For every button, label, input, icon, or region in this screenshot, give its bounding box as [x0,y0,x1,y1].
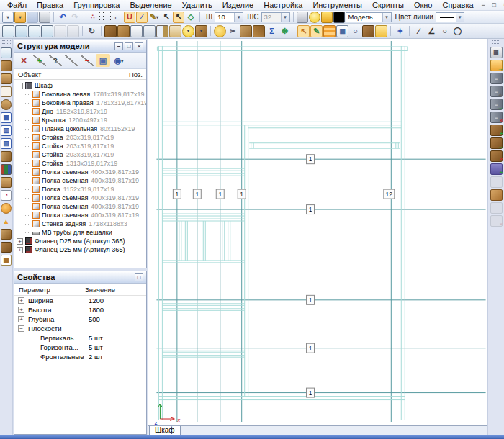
sheet-tab-shkaf[interactable]: Шкаф [149,426,181,435]
edit-object-icon[interactable] [64,54,78,67]
cabinet-group-disabled-icon[interactable] [67,25,79,37]
menu-item[interactable]: Удалить [177,0,217,11]
screw-settings-icon[interactable]: ≡∗ [490,86,503,97]
expand-icon[interactable]: + [17,238,23,245]
remove-object-icon[interactable]: − [80,54,94,67]
side-panel-icon[interactable] [1,60,12,71]
parts-grid-icon[interactable]: ▦ [1,255,12,266]
putty-icon[interactable] [214,25,226,37]
tree-item[interactable]: Стойка203x319,817x19 [17,142,146,150]
chevron-down-icon[interactable] [456,13,464,22]
print-icon[interactable] [39,12,50,23]
property-row[interactable]: +Ширина1200 [14,296,146,305]
menu-item[interactable]: Изделие [217,0,259,11]
panel-stack-icon[interactable] [297,12,308,23]
tree-item[interactable]: Полка1152x319,817x19 [17,185,146,194]
tree-item[interactable]: Стойка203x319,817x19 [17,150,146,159]
tree-item[interactable]: +Фланец D25 мм (Артикул 365) [17,245,146,254]
curved-panel-icon[interactable] [1,99,12,110]
tree-item[interactable]: Полка съемная400x319,817x19 [17,194,146,202]
magnet-icon[interactable]: U [124,12,135,23]
mannequin-icon[interactable]: ✦ [394,25,406,37]
package-icon[interactable] [490,189,503,201]
menu-item[interactable]: Группировка [68,0,125,11]
draw-line-icon[interactable]: ∕ [413,25,425,37]
tree-item[interactable]: Полка съемная400x319,817x19 [17,168,146,176]
chevron-down-icon[interactable] [234,13,243,22]
panel-front-icon[interactable] [130,25,143,37]
save-icon[interactable] [27,12,38,23]
catalog-book-icon[interactable] [375,25,387,37]
draw-polygon-icon[interactable]: ◯ [451,25,464,37]
snap-points-icon[interactable]: ∴ [87,12,99,23]
radius-gauge-icon[interactable]: ◔ [1,190,12,201]
angled-panel-icon[interactable] [1,151,12,162]
drawing-canvas[interactable]: 11111111112 x z [148,39,487,425]
menu-item[interactable]: Скрипты [367,0,409,11]
board-brown-icon[interactable] [117,25,130,37]
menu-item[interactable]: Файл [2,0,32,11]
preview-object-icon[interactable]: ▣ [96,54,110,67]
menu-item[interactable]: Инструменты [307,0,367,11]
expand-icon[interactable]: + [17,247,23,253]
tree-item[interactable]: МВ трубы для вешалки [17,228,146,237]
tree-item[interactable]: Полка съемная400x319,817x19 [17,211,146,220]
menu-item[interactable]: Справка [437,0,478,11]
tree-item[interactable]: Планка цокольная80x1152x19 [17,125,146,133]
add-object-icon[interactable]: + [32,54,47,67]
panel-small-icon[interactable] [240,25,252,37]
minimize-panel-button[interactable]: − [114,42,123,50]
box-dropdown-icon[interactable]: ▾ [195,25,207,37]
export-folder-icon[interactable]: → [490,60,503,71]
select-fragment-icon[interactable]: ↖ [297,25,310,37]
screw-remove-icon[interactable]: ≡× [490,112,503,123]
calculator-icon[interactable]: ▦ [490,47,503,58]
cabinet-assembly-icon[interactable] [2,25,14,37]
column-position[interactable]: Поз. [129,71,143,78]
grid-points-icon[interactable] [99,12,111,23]
tree-item[interactable]: Стойка203x319,817x19 [17,133,146,142]
sphere-solid-icon[interactable] [1,203,12,214]
menu-item[interactable]: Правка [32,0,68,11]
cube-3d-icon[interactable]: ◇ [185,12,197,23]
cursor-select-icon[interactable]: ↖ [161,12,172,23]
board-dark-icon[interactable] [104,25,117,37]
vertical-divider-icon[interactable]: ▥ [1,125,12,136]
restore-button[interactable]: □ [490,1,499,9]
horizontal-divider-icon[interactable]: ▤ [1,138,12,149]
hatchet-icon[interactable] [253,25,265,37]
tree-item[interactable]: Полка съемная400x319,817x19 [17,202,146,211]
seam-width-combo[interactable]: 32 [261,12,290,22]
frame-panel-icon[interactable] [1,86,12,97]
redo-icon[interactable]: ↷ [69,12,81,23]
box-brown-icon[interactable] [362,25,374,37]
open-icon[interactable]: ▾ [14,12,26,23]
collapse-icon[interactable]: − [17,83,23,89]
property-row[interactable]: +Высота1800 [14,305,146,314]
fill-orange-icon[interactable] [323,25,336,37]
cabinet-side-icon[interactable] [28,25,40,37]
lamp-dropdown-icon[interactable]: ▾ [182,25,194,37]
close-panel-button[interactable]: × [135,42,143,50]
scissors-icon[interactable]: ✂ [227,25,239,37]
draw-angle-icon[interactable]: ∠ [426,25,438,37]
color-swatch-icon[interactable] [333,12,345,23]
tree-item[interactable]: Крышка1200x497x19 [17,116,146,125]
plinth-panel-icon[interactable] [1,177,12,188]
toolbar-grip[interactable] [492,40,500,44]
restore-panel-button[interactable]: □ [125,42,133,50]
package-remove-icon[interactable]: × [490,215,503,227]
panel-export-icon[interactable]: → [490,137,503,149]
tree-item[interactable]: Стойка1313x319,817x19 [17,159,146,168]
object-info-icon[interactable]: ? [48,54,63,67]
block-add-icon[interactable]: + [490,163,503,175]
tree-item-root[interactable]: −Шкаф [17,81,146,90]
rotate-view-icon[interactable]: ↻ [86,25,98,37]
line-width-combo[interactable]: 10 [215,12,243,22]
panel-add-icon[interactable]: + [490,125,503,136]
tree-item[interactable]: Боковина правая1781x319,817x19 [17,99,146,107]
sweep-icon[interactable] [169,25,181,37]
cabinet-disabled-icon[interactable] [54,25,66,37]
restore-panel-button[interactable]: □ [135,273,143,281]
cabinet-front-icon[interactable] [15,25,27,37]
